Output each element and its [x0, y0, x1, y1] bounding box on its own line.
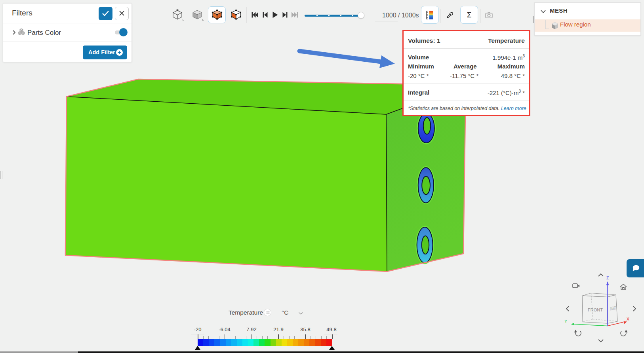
- svg-text:X: X: [627, 317, 629, 321]
- svg-text:Y: Y: [564, 319, 567, 324]
- svg-text:RIGHT: RIGHT: [610, 305, 616, 311]
- svg-text:FRONT: FRONT: [588, 307, 603, 312]
- svg-text:Z: Z: [606, 276, 609, 280]
